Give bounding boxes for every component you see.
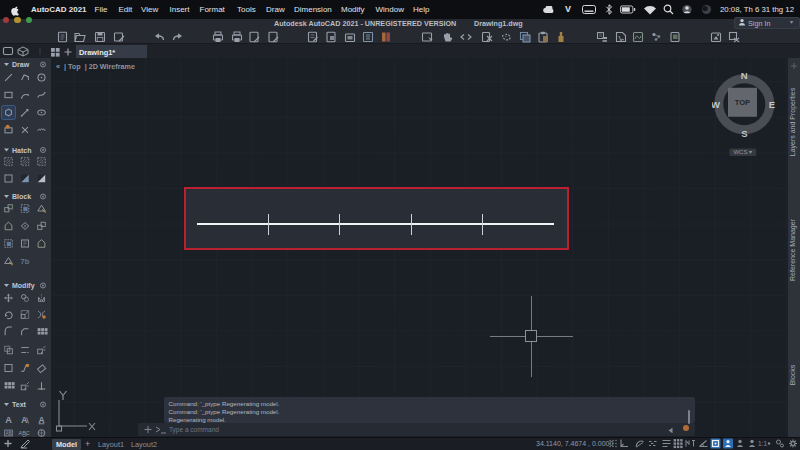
svg-text:N: N — [741, 72, 748, 81]
svg-text:Hatch: Hatch — [12, 147, 31, 154]
svg-text:W: W — [712, 99, 720, 110]
svg-text:ABC: ABC — [19, 430, 30, 436]
svg-text:TOP: TOP — [735, 98, 750, 107]
svg-text:7b: 7b — [21, 257, 30, 266]
svg-text:AB: AB — [5, 431, 11, 436]
svg-text:A: A — [38, 415, 44, 425]
svg-text:1:1: 1:1 — [758, 440, 767, 447]
svg-text:WCS ▾: WCS ▾ — [733, 149, 752, 155]
svg-text:S: S — [741, 128, 747, 139]
svg-text:Modify: Modify — [12, 282, 35, 290]
svg-text:A: A — [5, 415, 12, 425]
svg-text:A: A — [21, 415, 27, 425]
svg-text:Block: Block — [12, 193, 31, 200]
svg-text:Draw: Draw — [12, 61, 30, 68]
svg-text:Text: Text — [12, 401, 27, 408]
svg-text:E: E — [769, 99, 775, 110]
